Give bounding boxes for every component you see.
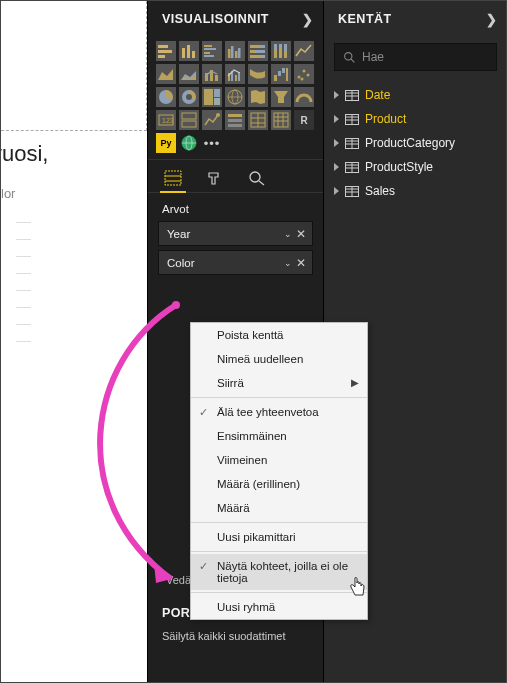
svg-point-46: [186, 94, 192, 100]
more-visuals-icon[interactable]: •••: [202, 133, 222, 153]
card-icon[interactable]: 123: [156, 110, 176, 130]
expand-icon[interactable]: [334, 163, 339, 171]
field-context-menu: Poista kenttä Nimeä uudelleen Siirrä▶ ✓Ä…: [190, 322, 368, 620]
remove-field-icon[interactable]: ✕: [296, 256, 306, 270]
menu-separator: [191, 551, 367, 552]
filled-map-icon[interactable]: [248, 87, 268, 107]
matrix-icon[interactable]: [271, 110, 291, 130]
menu-separator: [191, 397, 367, 398]
table-icon: [345, 90, 359, 101]
visual-title-cut: vuosi,: [0, 141, 48, 167]
expand-icon[interactable]: [334, 139, 339, 147]
fields-header[interactable]: KENTÄT ❯: [324, 1, 507, 37]
field-well-actions[interactable]: ⌄✕: [284, 227, 306, 241]
svg-rect-59: [228, 114, 242, 117]
visual-sublabel-cut: lor: [1, 186, 15, 201]
svg-rect-0: [158, 45, 168, 48]
format-tab[interactable]: [204, 168, 226, 188]
table-icon: [345, 186, 359, 197]
line-stacked-column-icon[interactable]: [202, 64, 222, 84]
svg-rect-74: [165, 171, 181, 185]
menu-dont-summarize[interactable]: ✓Älä tee yhteenvetoa: [191, 400, 367, 424]
visualizations-header[interactable]: VISUALISOINNIT ❯: [148, 1, 323, 37]
values-section-label: Arvot: [148, 193, 323, 221]
svg-point-42: [307, 74, 310, 77]
pie-chart-icon[interactable]: [156, 87, 176, 107]
svg-rect-5: [192, 51, 195, 58]
table-label: Sales: [365, 184, 395, 198]
table-item-productcategory[interactable]: ProductCategory: [324, 131, 507, 155]
menu-last[interactable]: Viimeinen: [191, 448, 367, 472]
svg-rect-47: [204, 89, 213, 105]
r-visual-icon[interactable]: R: [294, 110, 314, 130]
treemap-icon[interactable]: [202, 87, 222, 107]
svg-rect-48: [214, 89, 220, 97]
svg-rect-57: [182, 121, 196, 127]
menu-rename[interactable]: Nimeä uudelleen: [191, 347, 367, 371]
kpi-icon[interactable]: [202, 110, 222, 130]
map-icon[interactable]: [225, 87, 245, 107]
svg-rect-17: [256, 50, 265, 53]
field-well-label: Color: [167, 257, 194, 269]
svg-rect-2: [158, 55, 165, 58]
gauge-icon[interactable]: [294, 87, 314, 107]
ribbon-chart-icon[interactable]: [248, 64, 268, 84]
menu-move[interactable]: Siirrä▶: [191, 371, 367, 395]
line-clustered-column-icon[interactable]: [225, 64, 245, 84]
hundred-stacked-column-icon[interactable]: [271, 41, 291, 61]
line-chart-icon[interactable]: [294, 41, 314, 61]
multi-row-card-icon[interactable]: [179, 110, 199, 130]
report-canvas[interactable]: vuosi, lor: [1, 1, 147, 683]
table-item-date[interactable]: Date: [324, 83, 507, 107]
menu-separator: [191, 522, 367, 523]
hundred-stacked-bar-icon[interactable]: [248, 41, 268, 61]
expand-icon[interactable]: [334, 91, 339, 99]
stacked-bar-icon[interactable]: [156, 41, 176, 61]
python-visual-icon[interactable]: Py: [156, 133, 176, 153]
clustered-bar-icon[interactable]: [202, 41, 222, 61]
field-well-color[interactable]: Color ⌄✕: [158, 250, 313, 275]
svg-point-58: [216, 113, 220, 117]
svg-marker-53: [274, 91, 288, 103]
field-well-label: Year: [167, 228, 190, 240]
donut-chart-icon[interactable]: [179, 87, 199, 107]
svg-point-40: [298, 76, 301, 79]
visualizations-title: VISUALISOINNIT: [162, 12, 269, 26]
expand-icon[interactable]: [334, 187, 339, 195]
expand-icon[interactable]: [334, 115, 339, 123]
check-icon: ✓: [199, 560, 208, 573]
stacked-area-icon[interactable]: [179, 64, 199, 84]
menu-count-distinct[interactable]: Määrä (erillinen): [191, 472, 367, 496]
table-label: Date: [365, 88, 390, 102]
tables-list: Date Product ProductCategory ProductStyl…: [324, 77, 507, 209]
chevron-down-icon[interactable]: ⌄: [284, 229, 292, 239]
field-well-year[interactable]: Year ⌄✕: [158, 221, 313, 246]
table-icon[interactable]: [248, 110, 268, 130]
clustered-column-icon[interactable]: [225, 41, 245, 61]
search-input[interactable]: Hae: [334, 43, 497, 71]
chevron-right-icon: ❯: [302, 12, 314, 27]
stacked-column-icon[interactable]: [179, 41, 199, 61]
table-item-productstyle[interactable]: ProductStyle: [324, 155, 507, 179]
menu-show-items-no-data[interactable]: ✓Näytä kohteet, joilla ei ole tietoja: [191, 554, 367, 590]
svg-rect-10: [228, 49, 231, 58]
slicer-icon[interactable]: [225, 110, 245, 130]
chevron-down-icon[interactable]: ⌄: [284, 258, 292, 268]
field-well-actions[interactable]: ⌄✕: [284, 256, 306, 270]
fields-tab[interactable]: [162, 168, 184, 188]
table-item-sales[interactable]: Sales: [324, 179, 507, 203]
table-item-product[interactable]: Product: [324, 107, 507, 131]
area-chart-icon[interactable]: [156, 64, 176, 84]
scatter-icon[interactable]: [294, 64, 314, 84]
arcgis-map-icon[interactable]: [179, 133, 199, 153]
submenu-arrow-icon: ▶: [351, 377, 359, 388]
menu-remove-field[interactable]: Poista kenttä: [191, 323, 367, 347]
menu-count[interactable]: Määrä: [191, 496, 367, 520]
waterfall-icon[interactable]: [271, 64, 291, 84]
menu-new-group[interactable]: Uusi ryhmä: [191, 595, 367, 619]
analytics-tab[interactable]: [246, 168, 268, 188]
menu-new-quick-measure[interactable]: Uusi pikamittari: [191, 525, 367, 549]
funnel-icon[interactable]: [271, 87, 291, 107]
remove-field-icon[interactable]: ✕: [296, 227, 306, 241]
menu-first[interactable]: Ensimmäinen: [191, 424, 367, 448]
